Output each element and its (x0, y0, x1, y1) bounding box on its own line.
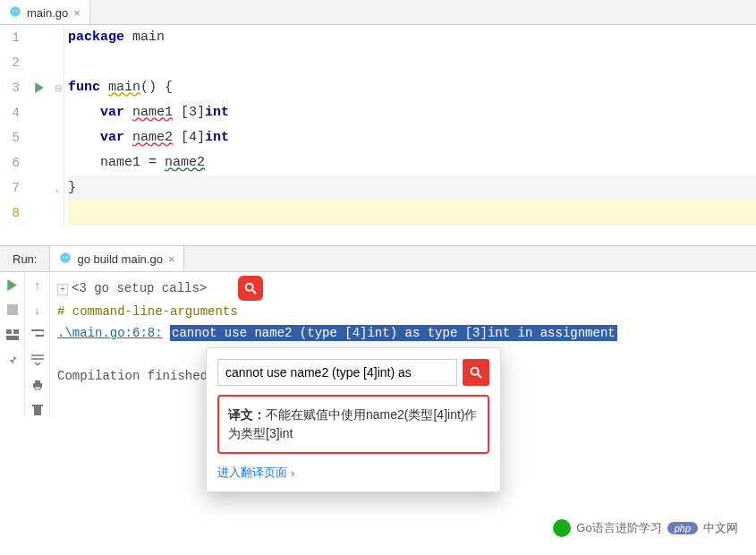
translation-result: 译文：不能在赋值中使用name2(类型[4]int)作为类型[3]int (217, 395, 489, 454)
translation-label: 译文： (228, 407, 266, 422)
run-panel-header: Run: go build main.go × (0, 245, 756, 272)
code-editor[interactable]: 1 2 3 4 5 6 7 8 ⊟ ⌞ package main func ma… (0, 25, 756, 226)
close-run-tab-icon[interactable]: × (168, 252, 175, 266)
open-translation-page-link[interactable]: 进入翻译页面› (217, 465, 294, 481)
watermark-text2: 中文网 (703, 520, 738, 536)
code-line (68, 201, 756, 226)
wechat-icon (553, 519, 571, 537)
line-numbers: 1 2 3 4 5 6 7 8 (0, 25, 27, 226)
translation-search-button[interactable] (463, 359, 489, 386)
code-line (68, 50, 756, 75)
soft-wrap-icon[interactable] (30, 328, 45, 342)
close-tab-icon[interactable]: × (73, 6, 81, 20)
code-line: package main (68, 25, 756, 50)
error-message-selected: cannot use name2 (type [4]int) as type [… (170, 325, 617, 341)
scroll-to-end-icon[interactable] (30, 353, 45, 367)
svg-rect-8 (7, 304, 18, 315)
svg-point-4 (16, 11, 17, 12)
pin-icon[interactable] (5, 353, 20, 367)
translation-text: 不能在赋值中使用name2(类型[4]int)作为类型[3]int (228, 407, 477, 440)
run-config-label: go build main.go (77, 252, 162, 266)
go-file-icon (9, 5, 21, 21)
fold-open-icon[interactable]: ⊟ (52, 75, 64, 100)
editor-tabbar: main.go × (0, 0, 756, 25)
code-line: var name1 [3]int (68, 100, 756, 125)
translation-popup: 译文：不能在赋值中使用name2(类型[4]int)作为类型[3]int 进入翻… (206, 347, 501, 492)
watermark: Go语言进阶学习 php 中文网 (553, 519, 738, 537)
svg-point-7 (66, 256, 68, 258)
chevron-right-icon: › (291, 466, 294, 480)
svg-point-0 (10, 6, 21, 17)
run-toolbar-secondary: ↑ ↓ (25, 272, 50, 417)
file-tab-label: main.go (27, 6, 68, 20)
svg-rect-14 (35, 387, 40, 389)
svg-rect-15 (34, 406, 41, 415)
svg-point-19 (471, 368, 479, 375)
svg-rect-10 (13, 329, 19, 334)
console-line: # command-line-arguments (57, 301, 749, 322)
error-location-link[interactable]: .\main.go:6:8: (57, 326, 163, 340)
down-icon[interactable]: ↓ (30, 303, 45, 317)
trash-icon[interactable] (30, 403, 45, 417)
stop-icon[interactable] (5, 303, 20, 317)
svg-rect-9 (6, 329, 12, 334)
code-line: } (68, 175, 756, 201)
file-tab-main-go[interactable]: main.go × (0, 0, 90, 24)
run-gutter-icon[interactable] (27, 75, 52, 100)
gutter-run-icons (27, 25, 52, 226)
layout-icon[interactable] (5, 328, 20, 342)
svg-point-6 (64, 256, 65, 258)
svg-rect-16 (32, 405, 43, 406)
code-line: name1 = name2 (68, 150, 756, 175)
code-line: var name2 [4]int (68, 125, 756, 150)
up-icon[interactable]: ↑ (30, 278, 45, 292)
print-icon[interactable] (30, 378, 45, 392)
svg-point-3 (13, 11, 14, 12)
code-line: func main() { (68, 75, 756, 100)
go-run-icon (59, 252, 72, 267)
fold-icon[interactable]: + (57, 284, 68, 295)
fold-close-icon[interactable]: ⌞ (52, 175, 64, 201)
run-toolbar-primary (0, 272, 25, 417)
watermark-text: Go语言进阶学习 (576, 520, 661, 536)
console-line: <3 go setup calls> (72, 281, 207, 295)
code-area[interactable]: package main func main() { var name1 [3]… (64, 25, 756, 226)
svg-rect-13 (35, 380, 40, 383)
svg-line-18 (252, 290, 256, 294)
run-panel-title: Run: (0, 246, 50, 271)
search-overlay-icon[interactable] (238, 276, 263, 301)
svg-point-5 (61, 252, 72, 263)
svg-line-20 (478, 374, 481, 378)
translation-search-input[interactable] (217, 359, 457, 386)
svg-rect-11 (6, 336, 19, 340)
run-config-tab[interactable]: go build main.go × (50, 246, 184, 271)
fold-column: ⊟ ⌞ (52, 25, 64, 226)
rerun-icon[interactable] (5, 278, 20, 292)
php-badge: php (667, 522, 698, 534)
svg-point-17 (246, 284, 253, 291)
